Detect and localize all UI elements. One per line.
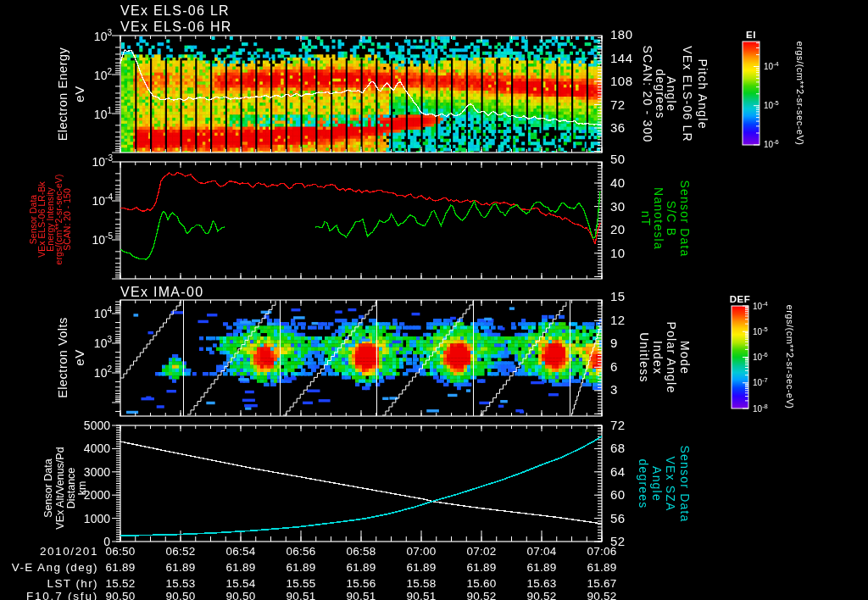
svg-text:2010/201: 2010/201: [40, 545, 98, 558]
svg-text:eV: eV: [72, 349, 86, 365]
svg-text:108: 108: [610, 74, 633, 88]
svg-text:Sensor Data: Sensor Data: [678, 445, 692, 522]
svg-text:90.50: 90.50: [226, 590, 256, 600]
svg-text:5000: 5000: [84, 419, 110, 432]
svg-text:ergs/(cm**2-sr-sec-eV): ergs/(cm**2-sr-sec-eV): [785, 305, 795, 409]
svg-text:VEx ELS-06 HR: VEx ELS-06 HR: [120, 19, 232, 34]
svg-text:km: km: [76, 481, 88, 496]
svg-text:90.50: 90.50: [106, 590, 136, 600]
svg-text:10-7: 10-7: [753, 376, 768, 387]
svg-text:Polar Angle: Polar Angle: [665, 322, 678, 394]
svg-text:3: 3: [610, 382, 618, 397]
svg-text:60: 60: [610, 487, 626, 502]
svg-text:4000: 4000: [84, 442, 110, 455]
svg-text:LST (hr): LST (hr): [47, 577, 98, 590]
svg-text:6: 6: [610, 359, 618, 374]
svg-text:61.89: 61.89: [587, 561, 617, 574]
svg-text:06:54: 06:54: [226, 545, 256, 558]
svg-text:07:06: 07:06: [587, 545, 617, 558]
svg-text:EI: EI: [746, 30, 756, 40]
svg-text:SCAN: 20 - 300: SCAN: 20 - 300: [641, 46, 654, 143]
svg-text:15.63: 15.63: [527, 577, 557, 590]
svg-text:144: 144: [610, 51, 633, 65]
svg-text:36: 36: [610, 120, 626, 135]
svg-text:10-4: 10-4: [764, 60, 779, 71]
svg-text:15.67: 15.67: [587, 577, 617, 590]
svg-text:F10.7 (sfu): F10.7 (sfu): [26, 590, 98, 600]
svg-text:Electron Energy: Electron Energy: [56, 47, 70, 141]
svg-text:90.50: 90.50: [166, 590, 196, 600]
svg-text:68: 68: [610, 441, 626, 455]
svg-text:15.53: 15.53: [166, 577, 196, 590]
svg-text:90.52: 90.52: [527, 590, 557, 600]
svg-text:06:56: 06:56: [287, 545, 316, 558]
svg-text:56: 56: [610, 511, 626, 525]
svg-text:VEx ELS-06 LR: VEx ELS-06 LR: [120, 3, 230, 18]
svg-text:61.89: 61.89: [226, 561, 256, 574]
svg-text:DEF: DEF: [730, 294, 751, 304]
svg-text:40: 40: [610, 175, 626, 190]
svg-text:eV: eV: [72, 86, 86, 102]
svg-text:degrees: degrees: [637, 459, 650, 509]
svg-text:Sensor Data: Sensor Data: [678, 180, 692, 257]
svg-text:VEx ELS-06 LR: VEx ELS-06 LR: [681, 46, 694, 142]
svg-text:15.60: 15.60: [467, 577, 497, 590]
svg-text:10-5: 10-5: [764, 99, 779, 110]
svg-text:Unitless: Unitless: [637, 332, 651, 382]
svg-text:10-5: 10-5: [753, 325, 768, 336]
svg-text:10-3: 10-3: [92, 153, 114, 169]
svg-text:102: 102: [94, 67, 113, 82]
svg-text:Electron Volts: Electron Volts: [56, 317, 70, 398]
svg-text:1000: 1000: [84, 512, 110, 525]
svg-text:Mode: Mode: [678, 341, 692, 375]
svg-text:degrees: degrees: [654, 69, 667, 119]
svg-text:61.89: 61.89: [347, 561, 376, 574]
svg-text:15.52: 15.52: [106, 577, 136, 590]
svg-text:61.89: 61.89: [287, 561, 316, 574]
svg-text:15.58: 15.58: [407, 577, 437, 590]
svg-text:Distance: Distance: [65, 468, 77, 509]
svg-text:15.54: 15.54: [226, 577, 256, 590]
svg-text:10-6: 10-6: [764, 138, 779, 149]
svg-text:30: 30: [610, 199, 626, 214]
svg-text:07:02: 07:02: [467, 545, 497, 558]
svg-text:61.89: 61.89: [407, 561, 437, 574]
svg-text:12: 12: [610, 313, 626, 327]
svg-text:10-4: 10-4: [753, 300, 768, 311]
svg-text:103: 103: [94, 335, 113, 350]
svg-text:10-8: 10-8: [753, 403, 768, 414]
svg-text:101: 101: [94, 106, 113, 121]
svg-text:VEx Alt/Venus/Pd: VEx Alt/Venus/Pd: [54, 447, 66, 529]
svg-text:90.51: 90.51: [287, 590, 316, 600]
svg-text:VEx IMA-00: VEx IMA-00: [120, 285, 203, 299]
svg-text:ergs/(cm**2-sr-sec-eV): ergs/(cm**2-sr-sec-eV): [795, 42, 805, 146]
svg-text:S/C B: S/C B: [665, 201, 678, 237]
svg-text:Angle: Angle: [650, 466, 664, 502]
svg-text:90.52: 90.52: [587, 590, 617, 600]
svg-text:20: 20: [610, 222, 626, 236]
svg-text:06:52: 06:52: [166, 545, 196, 558]
svg-text:61.89: 61.89: [106, 561, 136, 574]
svg-text:102: 102: [94, 364, 113, 380]
svg-text:64: 64: [610, 464, 626, 479]
svg-text:07:00: 07:00: [407, 545, 437, 558]
svg-text:3000: 3000: [84, 465, 110, 479]
svg-text:61.89: 61.89: [166, 561, 196, 574]
svg-text:07:04: 07:04: [527, 545, 557, 558]
svg-text:10-4: 10-4: [92, 192, 114, 208]
svg-text:90.52: 90.52: [467, 590, 497, 600]
svg-text:06:58: 06:58: [347, 545, 376, 558]
svg-text:72: 72: [610, 418, 626, 432]
svg-text:Index: Index: [651, 341, 665, 375]
svg-text:Pitch Angle: Pitch Angle: [696, 58, 709, 129]
svg-text:Sensor Data: Sensor Data: [42, 458, 54, 518]
svg-text:90.51: 90.51: [347, 590, 376, 600]
svg-text:15: 15: [610, 289, 626, 303]
svg-text:V-E Ang (deg): V-E Ang (deg): [12, 561, 98, 574]
svg-text:10-6: 10-6: [753, 351, 768, 362]
svg-text:90.51: 90.51: [407, 590, 437, 600]
svg-text:103: 103: [94, 28, 113, 43]
svg-text:15.56: 15.56: [347, 577, 376, 590]
svg-text:10: 10: [610, 246, 626, 260]
svg-text:VEx SZA: VEx SZA: [664, 456, 677, 511]
